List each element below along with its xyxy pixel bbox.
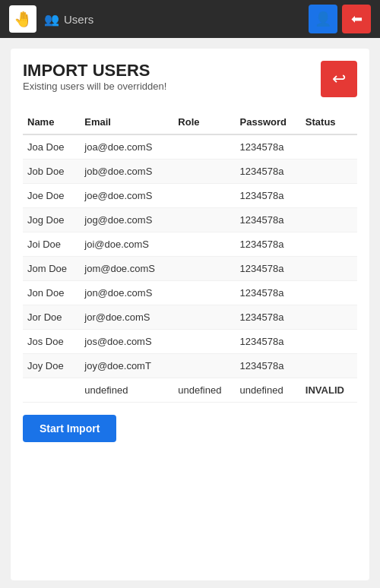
cell-email: jog@doe.comS [80, 208, 173, 232]
cell-email: joe@doe.comS [80, 184, 173, 208]
cell-email: joa@doe.comS [80, 134, 173, 160]
start-import-button[interactable]: Start Import [23, 415, 116, 442]
cell-email: joi@doe.comS [80, 232, 173, 257]
logo-icon: 🤚 [14, 10, 33, 28]
cell-password: 1234578a [236, 160, 301, 184]
warning-message: Existing users will be overridden! [23, 81, 166, 92]
table-row: Jom Doejom@doe.comS1234578a [23, 257, 357, 281]
cell-role [173, 134, 235, 160]
back-button[interactable]: ↩ [321, 61, 357, 97]
cell-password: 1234578a [236, 305, 301, 330]
cell-password: 1234578a [236, 208, 301, 232]
col-email: Email [80, 110, 173, 134]
cell-name [23, 378, 80, 403]
cell-password: 1234578a [236, 257, 301, 281]
cell-email: job@doe.comS [80, 160, 173, 184]
cell-role [173, 160, 235, 184]
cell-status [301, 330, 357, 354]
navbar-section: 👥 Users [44, 12, 93, 27]
cell-name: Joi Doe [23, 232, 80, 257]
cell-role [173, 232, 235, 257]
col-role: Role [173, 110, 235, 134]
table-row: Jon Doejon@doe.comS1234578a [23, 281, 357, 305]
cell-email: jom@doe.comS [80, 257, 173, 281]
table-row: Jos Doejos@doe.comS1234578a [23, 330, 357, 354]
table-row: Joy Doejoy@doe.comT1234578a [23, 354, 357, 378]
app-logo: 🤚 [9, 5, 36, 33]
table-row: Jog Doejog@doe.comS1234578a [23, 208, 357, 232]
cell-email: jor@doe.comS [80, 305, 173, 330]
navbar-left: 🤚 👥 Users [9, 5, 93, 33]
cell-status [301, 257, 357, 281]
page-header-text: IMPORT USERS Existing users will be over… [23, 61, 166, 104]
table-row: Joe Doejoe@doe.comS1234578a [23, 184, 357, 208]
table-row: Joa Doejoa@doe.comS1234578a [23, 134, 357, 160]
cell-name: Jog Doe [23, 208, 80, 232]
logout-button[interactable]: ⬅ [342, 5, 371, 33]
cell-status [301, 208, 357, 232]
cell-status [301, 160, 357, 184]
cell-email: joy@doe.comT [80, 354, 173, 378]
cell-name: Jon Doe [23, 281, 80, 305]
cell-role [173, 208, 235, 232]
users-icon: 👥 [44, 12, 59, 27]
table-row: undefinedundefinedundefinedINVALID [23, 378, 357, 403]
page-header: IMPORT USERS Existing users will be over… [23, 61, 357, 104]
cell-name: Joy Doe [23, 354, 80, 378]
navbar-actions: 👤 ⬅ [309, 5, 371, 33]
col-status: Status [301, 110, 357, 134]
cell-status [301, 134, 357, 160]
cell-password: 1234578a [236, 281, 301, 305]
cell-password: 1234578a [236, 184, 301, 208]
page-title: IMPORT USERS [23, 61, 166, 81]
cell-password: 1234578a [236, 330, 301, 354]
cell-role [173, 330, 235, 354]
import-table: Name Email Role Password Status Joa Doej… [23, 110, 357, 403]
col-password: Password [236, 110, 301, 134]
cell-role: undefined [173, 378, 235, 403]
cell-role [173, 305, 235, 330]
navbar: 🤚 👥 Users 👤 ⬅ [0, 0, 380, 38]
cell-email: undefined [80, 378, 173, 403]
cell-password: 1234578a [236, 134, 301, 160]
cell-role [173, 257, 235, 281]
cell-status [301, 305, 357, 330]
table-row: Joi Doejoi@doe.comS1234578a [23, 232, 357, 257]
cell-status [301, 184, 357, 208]
cell-status [301, 232, 357, 257]
cell-status: INVALID [301, 378, 357, 403]
table-row: Jor Doejor@doe.comS1234578a [23, 305, 357, 330]
cell-role [173, 281, 235, 305]
table-header-row: Name Email Role Password Status [23, 110, 357, 134]
logout-icon: ⬅ [351, 11, 363, 27]
cell-email: jon@doe.comS [80, 281, 173, 305]
main-content: IMPORT USERS Existing users will be over… [11, 49, 369, 580]
cell-status [301, 354, 357, 378]
user-profile-button[interactable]: 👤 [309, 5, 337, 33]
cell-name: Joa Doe [23, 134, 80, 160]
cell-name: Jom Doe [23, 257, 80, 281]
table-row: Job Doejob@doe.comS1234578a [23, 160, 357, 184]
cell-name: Job Doe [23, 160, 80, 184]
user-icon: 👤 [315, 11, 331, 27]
cell-name: Jor Doe [23, 305, 80, 330]
navbar-section-label: Users [64, 13, 93, 26]
back-icon: ↩ [332, 69, 346, 89]
cell-role [173, 184, 235, 208]
cell-password: 1234578a [236, 232, 301, 257]
table-body: Joa Doejoa@doe.comS1234578aJob Doejob@do… [23, 134, 357, 403]
cell-status [301, 281, 357, 305]
cell-password: 1234578a [236, 354, 301, 378]
table-header: Name Email Role Password Status [23, 110, 357, 134]
cell-name: Jos Doe [23, 330, 80, 354]
cell-role [173, 354, 235, 378]
col-name: Name [23, 110, 80, 134]
cell-email: jos@doe.comS [80, 330, 173, 354]
cell-name: Joe Doe [23, 184, 80, 208]
cell-password: undefined [236, 378, 301, 403]
